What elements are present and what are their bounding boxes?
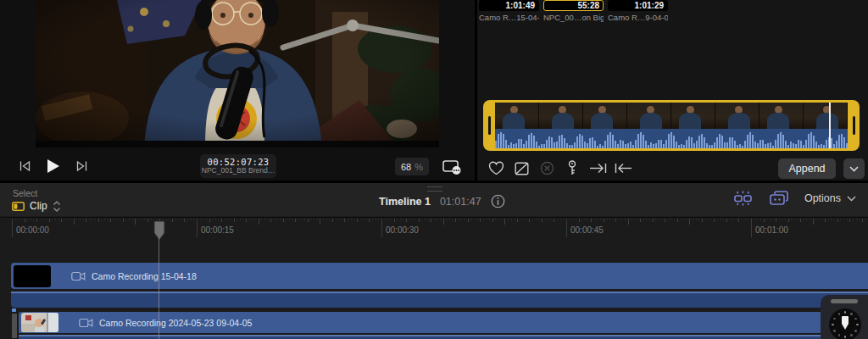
transport-bar: 00:52:07:23 NPC_001_BB Brend… 68 % xyxy=(0,153,475,181)
view-options-button[interactable] xyxy=(441,158,463,176)
ruler-tick xyxy=(25,219,25,222)
waveform-bar xyxy=(622,141,624,148)
jog-dial[interactable] xyxy=(829,308,861,339)
timeline-clip-connected[interactable]: Camo Recording 2024-05-23 09-04-05 xyxy=(11,312,868,339)
waveform-bar xyxy=(597,146,598,148)
browser-clip[interactable]: 1:01:49 Camo R…15-04-18 xyxy=(479,0,539,22)
waveform-bar xyxy=(495,141,497,148)
ruler-tick xyxy=(132,219,133,220)
edit-mode-dropdown-button[interactable] xyxy=(843,158,865,179)
browser-clip[interactable]: 1:01:29 Camo R…9-04-05 xyxy=(608,0,668,22)
next-frame-button[interactable] xyxy=(70,156,92,176)
ruler-tick xyxy=(64,219,65,220)
ruler-tick xyxy=(231,219,231,220)
waveform-bar xyxy=(551,137,553,148)
ruler-tick xyxy=(745,219,746,220)
ruler-tick xyxy=(754,219,755,220)
favorite-button[interactable] xyxy=(483,158,509,179)
ruler-tick xyxy=(576,219,576,220)
ruler-tick xyxy=(604,219,604,222)
clip-connections-icon[interactable] xyxy=(732,191,754,206)
ruler-tick xyxy=(683,219,684,220)
playhead-line[interactable] xyxy=(159,238,159,339)
range-end-button[interactable] xyxy=(585,158,610,179)
filmstrip-frame xyxy=(495,103,539,129)
ruler-tick xyxy=(191,219,192,220)
ruler-tick xyxy=(378,219,379,220)
ruler-tick xyxy=(403,219,403,220)
ruler-tick xyxy=(55,219,56,220)
waveform-bar xyxy=(711,145,713,148)
ruler-tick xyxy=(376,219,376,220)
waveform-bar xyxy=(737,145,738,148)
ruler-tick xyxy=(711,219,712,220)
waveform-bar xyxy=(823,145,825,148)
range-start-button[interactable] xyxy=(610,158,636,179)
trim-handle-right[interactable] xyxy=(848,100,860,151)
ruler-tick xyxy=(714,219,715,222)
options-menu[interactable]: Options xyxy=(804,192,856,204)
previous-frame-button[interactable] xyxy=(14,156,36,176)
ruler-tick xyxy=(536,219,537,220)
browser-clip-selected[interactable]: 55:28 NPC_00…on Bigley xyxy=(543,0,604,22)
waveform-bar xyxy=(716,137,718,148)
ruler-tick xyxy=(511,219,512,220)
ruler-tick xyxy=(560,219,561,220)
clip-connection-handle[interactable] xyxy=(11,313,18,339)
ruler-major-tick xyxy=(197,219,198,237)
timeline-clip-primary[interactable]: Camo Recording 15-04-18 xyxy=(11,263,868,308)
timeline-ruler[interactable]: 00:00:0000:00:1500:00:3000:00:4500:01:00 xyxy=(0,217,868,246)
viewer-video[interactable] xyxy=(36,0,439,147)
ruler-tick xyxy=(631,219,632,220)
waveform-bar xyxy=(663,144,665,148)
dial-slider[interactable] xyxy=(831,299,858,303)
ruler-tick xyxy=(557,219,558,220)
rating-toolbar: Append xyxy=(477,156,868,181)
waveform-bar xyxy=(838,135,840,148)
panel-drag-handle[interactable] xyxy=(427,186,442,192)
unrate-button[interactable] xyxy=(509,158,534,179)
reject-button[interactable] xyxy=(534,158,559,179)
tool-selector-value: Clip xyxy=(30,200,47,212)
trim-handle-left[interactable] xyxy=(483,100,495,151)
waveform-bar xyxy=(503,134,504,148)
waveform-bar xyxy=(798,140,799,148)
ruler-tick xyxy=(92,219,92,220)
ruler-tick xyxy=(264,219,265,220)
tool-selector[interactable]: Clip xyxy=(12,200,61,212)
ruler-tick xyxy=(61,219,62,222)
play-button[interactable] xyxy=(42,156,64,176)
append-button[interactable]: Append xyxy=(778,158,836,179)
waveform-bar xyxy=(566,143,568,148)
stacked-clips-icon[interactable] xyxy=(769,191,789,206)
waveform-bar xyxy=(526,141,527,148)
info-button[interactable] xyxy=(491,194,505,208)
viewer-zoom-control[interactable]: 68 % xyxy=(395,158,429,175)
ruler-tick xyxy=(649,219,650,220)
ruler-tick xyxy=(181,219,182,220)
chevron-down-icon xyxy=(847,196,856,202)
ruler-tick xyxy=(317,219,318,220)
ruler-tick xyxy=(397,219,398,220)
browser-clip-list: 1:01:49 Camo R…15-04-18 55:28 NPC_00…on … xyxy=(479,0,668,22)
ruler-tick xyxy=(806,219,807,220)
dial-tick-dot xyxy=(838,334,841,336)
waveform-bar xyxy=(533,136,535,148)
ruler-tick xyxy=(363,219,364,220)
clip-name-label: NPC_00…on Bigley xyxy=(543,13,604,22)
selected-clip-filmstrip[interactable] xyxy=(483,100,860,151)
up-down-chevrons-icon xyxy=(53,201,61,212)
ruler-tick xyxy=(665,219,665,222)
keyword-button[interactable] xyxy=(559,158,585,179)
ruler-tick xyxy=(110,219,111,222)
filmstrip-frame xyxy=(715,103,760,129)
panel-divider-horizontal[interactable] xyxy=(0,181,868,183)
ruler-tick xyxy=(770,219,771,220)
ruler-tick xyxy=(619,219,620,220)
waveform-bar xyxy=(498,134,499,148)
ruler-tick xyxy=(76,219,77,220)
ruler-tick xyxy=(15,219,16,220)
waveform-bar xyxy=(808,134,810,148)
playhead-handle[interactable] xyxy=(153,220,165,241)
dial-tick-dot xyxy=(850,334,853,336)
